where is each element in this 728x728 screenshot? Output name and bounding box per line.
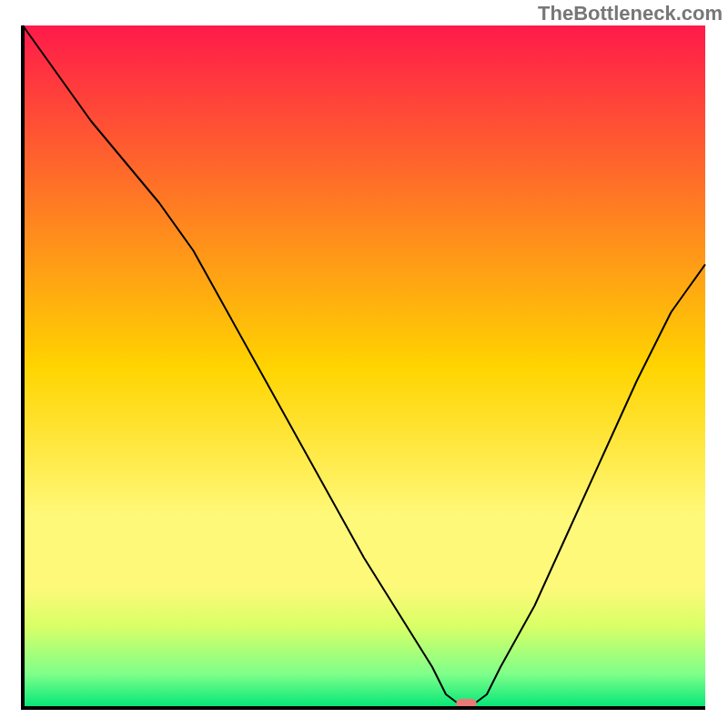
- gradient-background: [23, 25, 705, 708]
- chart-container: TheBottleneck.com: [0, 0, 728, 728]
- bottleneck-chart: [0, 0, 728, 728]
- watermark-label: TheBottleneck.com: [538, 2, 723, 25]
